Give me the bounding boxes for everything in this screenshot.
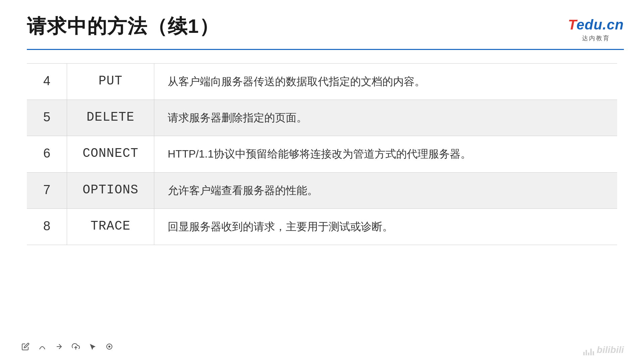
page-title: 请求中的方法（续1） [27, 13, 219, 40]
logo: Tedu.cn 达内教育 [568, 13, 624, 42]
upload-icon[interactable] [70, 341, 81, 352]
header-divider [27, 49, 624, 50]
table-row: 5DELETE请求服务器删除指定的页面。 [27, 100, 617, 136]
row-method: OPTIONS [67, 173, 154, 208]
circle-icon[interactable] [104, 341, 115, 352]
bili-logo-text: bilibili [597, 345, 624, 355]
row-method: PUT [67, 64, 154, 100]
cursor-icon[interactable] [87, 341, 98, 352]
row-method: CONNECT [67, 136, 154, 172]
methods-table: 4PUT从客户端向服务器传送的数据取代指定的文档的内容。5DELETE请求服务器… [27, 63, 617, 245]
row-number: 5 [27, 100, 67, 136]
table-row: 4PUT从客户端向服务器传送的数据取代指定的文档的内容。 [27, 63, 617, 100]
table-row: 6CONNECTHTTP/1.1协议中预留给能够将连接改为管道方式的代理服务器。 [27, 136, 617, 172]
pencil-icon[interactable] [20, 341, 31, 352]
table-row: 7OPTIONS允许客户端查看服务器的性能。 [27, 173, 617, 209]
arrow-icon[interactable] [54, 341, 64, 352]
row-description: 回显服务器收到的请求，主要用于测试或诊断。 [154, 209, 617, 245]
row-description: HTTP/1.1协议中预留给能够将连接改为管道方式的代理服务器。 [154, 136, 617, 172]
row-number: 8 [27, 209, 67, 245]
logo-cn-text: cn [607, 17, 624, 33]
svg-point-3 [109, 346, 110, 347]
row-method: TRACE [67, 209, 154, 245]
row-description: 允许客户端查看服务器的性能。 [154, 173, 617, 208]
row-number: 6 [27, 136, 67, 172]
logo-edu-text: edu [577, 17, 603, 33]
row-method: DELETE [67, 100, 154, 136]
row-description: 从客户端向服务器传送的数据取代指定的文档的内容。 [154, 64, 617, 100]
page-header: 请求中的方法（续1） Tedu.cn 达内教育 [0, 0, 644, 42]
logo-dot: . [602, 17, 607, 33]
bili-bars [583, 349, 594, 355]
bilibili-watermark: bilibili [583, 345, 624, 355]
table-row: 8TRACE回显服务器收到的请求，主要用于测试或诊断。 [27, 209, 617, 245]
logo-text: Tedu.cn [568, 17, 624, 33]
logo-t-letter: T [568, 17, 577, 33]
toolbar [20, 341, 115, 352]
row-number: 7 [27, 173, 67, 208]
row-number: 4 [27, 64, 67, 100]
arc-icon[interactable] [37, 341, 48, 352]
row-description: 请求服务器删除指定的页面。 [154, 100, 617, 136]
logo-subtitle: 达内教育 [582, 34, 610, 42]
